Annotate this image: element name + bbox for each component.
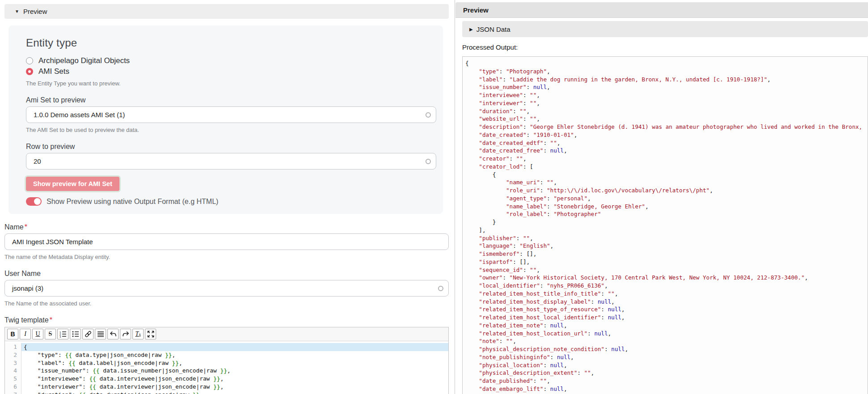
json-output-line: "role_uri": "http:\/\/id.loc.gov\/vocabu… (465, 186, 868, 195)
json-output-line: } (465, 218, 868, 226)
undo-icon (110, 330, 117, 338)
code-line: 5 "interviewee": {{ data.interviewee|jso… (5, 375, 448, 383)
link-button[interactable] (82, 329, 94, 339)
code-line: 3 "label": {{ data.label|json_encode|raw… (5, 359, 448, 367)
code-line: 1{ (5, 343, 448, 351)
line-number: 3 (5, 359, 21, 367)
json-output-line: "related_item_host_location_url": null, (465, 330, 868, 338)
json-output-line: "related_item_host_title_info_title": ""… (465, 290, 868, 298)
code-line: 2 "type": {{ data.type|json_encode|raw }… (5, 351, 448, 359)
json-output-line: "label": "Laddie the dog running in the … (465, 76, 868, 84)
json-output-line: "related_item_host_display_label": null, (465, 298, 868, 306)
radio-label: AMI Sets (38, 67, 69, 76)
maximize-icon (147, 330, 154, 338)
bold-button[interactable]: B (7, 329, 18, 339)
json-output-line: "description": "George Ehler Stonebridge… (465, 123, 868, 131)
autocomplete-ring-icon (425, 112, 431, 118)
redo-button[interactable] (120, 329, 131, 339)
toggle-knob (34, 198, 41, 205)
preview-column: Preview ▶ JSON Data Processed Output: { … (455, 0, 868, 394)
toggle-on-switch[interactable] (26, 197, 42, 206)
json-output-line: "physical_description_extent": "", (465, 369, 868, 377)
ami-set-help: The AMI Set to be used to preview the da… (26, 127, 443, 133)
radio-ami-sets[interactable]: AMI Sets (26, 66, 443, 76)
json-output-line: "physical_location": null, (465, 361, 868, 369)
radio-archipelago-digital-objects[interactable]: Archipelago Digital Objects (26, 55, 443, 66)
preview-header-label: Preview (463, 6, 489, 14)
name-label: Name* (4, 223, 449, 231)
code-line: 7 "duration": {{ data.duration|json_enco… (5, 391, 448, 394)
json-output-line: "date_created_edtf": "", (465, 139, 868, 147)
line-number: 2 (5, 351, 21, 359)
json-output-line: "interviewee": "", (465, 91, 868, 99)
underline-button[interactable]: U (32, 329, 43, 339)
chevron-right-icon: ▶ (469, 27, 473, 32)
json-output-line: "publisher": "", (465, 234, 868, 242)
radio-selected-icon[interactable] (26, 68, 33, 75)
json-output-line: "date_created": "1910-01-01", (465, 131, 868, 139)
radio-icon[interactable] (26, 57, 33, 64)
json-output-line: "website_url": "", (465, 115, 868, 123)
json-output-line: "language": "English", (465, 242, 868, 250)
editor-toolbar: B I U S 123 (5, 327, 448, 341)
json-output-line: { (465, 171, 868, 179)
name-value: AMI Ingest JSON Template (12, 238, 93, 246)
name-input[interactable]: AMI Ingest JSON Template (4, 233, 449, 250)
italic-button[interactable]: I (20, 329, 31, 339)
entity-type-heading: Entity type (26, 37, 443, 49)
ami-set-label: Ami Set to preview (26, 96, 443, 104)
entity-type-panel: Entity type Archipelago Digital Objects … (9, 25, 443, 214)
json-output-line: "type": "Photograph", (465, 68, 868, 76)
remove-format-button[interactable]: Tx (132, 329, 144, 339)
ami-set-value: 1.0.0 Demo assets AMI Set (1) (34, 111, 125, 119)
json-output-line: "creator_lod": [ (465, 163, 868, 171)
json-output-line: "physical_description_note_condition": n… (465, 345, 868, 353)
link-icon (85, 330, 92, 338)
json-output-line: "duration": "", (465, 107, 868, 115)
json-output-line: "role_label": "Photographer" (465, 210, 868, 218)
autocomplete-ring-icon (425, 159, 431, 164)
entity-type-help: The Entity Type you want to preview. (26, 80, 443, 87)
row-to-preview-value: 20 (34, 157, 41, 165)
preview-accordion-label: Preview (23, 8, 47, 15)
show-preview-button[interactable]: Show preview for AMI Set (26, 177, 119, 191)
page: ▼ Preview Entity type Archipelago Digita… (0, 0, 868, 394)
maximize-button[interactable] (145, 329, 156, 339)
json-output-line: ], (465, 226, 868, 234)
user-name-input[interactable]: jsonapi (3) (4, 280, 449, 297)
user-name-help: The Name of the associated user. (4, 300, 449, 307)
preview-fieldset-header[interactable]: Preview (455, 2, 868, 18)
json-output-line: "sequence_id": "", (465, 266, 868, 274)
json-output-line: "related_item_host_local_identifier": nu… (465, 314, 868, 322)
numbered-list-button[interactable]: 123 (57, 329, 68, 339)
line-number: 1 (5, 343, 21, 351)
row-to-preview-input[interactable]: 20 (26, 153, 436, 169)
json-output-line: "ismemberof": [], (465, 250, 868, 258)
line-number: 6 (5, 383, 21, 391)
autocomplete-ring-icon (438, 286, 443, 291)
line-number: 7 (5, 391, 21, 394)
json-output-line: "owner": "New-York Historical Society, 1… (465, 274, 868, 282)
json-output-line: "interviewer": "", (465, 99, 868, 107)
align-justify-button[interactable] (95, 329, 106, 339)
required-marker: * (50, 316, 52, 324)
processed-output-json[interactable]: { "type": "Photograph", "label": "Laddie… (462, 56, 868, 394)
json-output-line: "note": "", (465, 337, 868, 345)
undo-button[interactable] (107, 329, 119, 339)
twig-editor: B I U S 123 (4, 327, 449, 394)
json-output-line: { (465, 59, 868, 68)
ami-set-input[interactable]: 1.0.0 Demo assets AMI Set (1) (26, 106, 436, 123)
json-output-line: "related_item_host_type_of_resource": nu… (465, 305, 868, 314)
json-data-accordion[interactable]: ▶ JSON Data (462, 21, 868, 37)
edit-form-column: ▼ Preview Entity type Archipelago Digita… (0, 0, 455, 394)
json-output-line: "date_embargo_lift": null, (465, 385, 868, 393)
preview-accordion[interactable]: ▼ Preview (4, 4, 449, 19)
json-output-line: "related_item_note": null, (465, 322, 868, 330)
user-name-label: User Name (4, 270, 449, 278)
strikethrough-button[interactable]: S (45, 329, 56, 339)
json-output-line: "name_uri": "", (465, 178, 868, 186)
bullet-list-button[interactable] (70, 329, 81, 339)
json-output-line: "name_label": "Stonebridge, George Ehler… (465, 203, 868, 211)
numbered-list-icon: 123 (60, 330, 67, 338)
twig-code[interactable]: 1{2 "type": {{ data.type|json_encode|raw… (5, 341, 448, 394)
